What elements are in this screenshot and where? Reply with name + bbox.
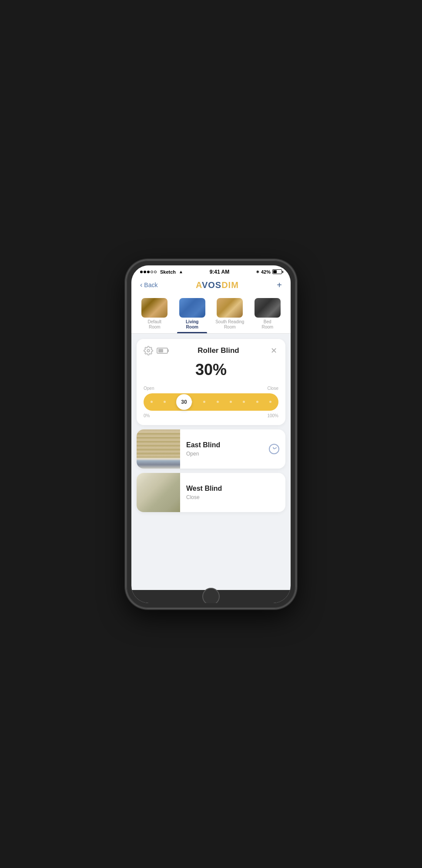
room-label-default: DefaultRoom [147,319,161,330]
room-thumb-default [141,298,167,318]
west-blind-card[interactable]: West Blind Close [137,473,285,512]
settings-icon[interactable] [144,346,153,355]
room-label-living: LivingRoom [186,319,198,330]
wifi-icon: ▲ [179,269,183,274]
slider-percent-labels: 0% 100% [144,413,278,418]
status-bar: Sketch ▲ 9:41 AM ∗ 42% [131,265,291,277]
east-blind-info: East Blind Open [180,429,269,469]
nav-bar: ‹ Back AVOSDIM + [131,277,291,295]
signal-dot-2 [144,271,146,273]
east-blind-card[interactable]: East Blind Open [137,429,285,469]
slider-container[interactable]: 30 [144,393,278,411]
room-thumb-living [179,298,205,318]
west-blind-info: West Blind Close [180,473,285,512]
tab-default-room[interactable]: DefaultRoom [136,298,174,333]
roller-blind-card: Roller Blind ✕ 30% Open Close [137,339,285,425]
west-blind-name: West Blind [186,485,279,493]
room-label-south: South ReadingRoom [215,319,244,330]
battery-percent: 42% [261,269,271,275]
min-percent-label: 0% [144,413,150,418]
tab-living-room[interactable]: LivingRoom [174,298,211,333]
bluetooth-icon: ∗ [256,269,259,274]
add-button[interactable]: + [277,280,282,290]
slider-dot [203,401,205,403]
screen: Sketch ▲ 9:41 AM ∗ 42% ‹ Back AVOSDIM + [131,265,291,603]
slider-dot [164,401,166,403]
phone-frame: Sketch ▲ 9:41 AM ∗ 42% ‹ Back AVOSDIM + [126,260,296,608]
room-tabs: DefaultRoom LivingRoom South ReadingRoom [131,295,291,334]
back-button[interactable]: ‹ Back [140,281,157,289]
east-blind-action[interactable] [269,429,285,469]
home-indicator [131,590,291,603]
signal-dot-4 [151,271,153,273]
back-chevron-icon: ‹ [140,281,142,289]
battery-icon-fill [158,349,163,352]
roller-blind-title: Roller Blind [168,346,269,355]
close-label: Close [267,386,278,391]
slider-dot [269,401,271,403]
tab-south-reading-room[interactable]: South ReadingRoom [211,298,249,333]
battery-fill [273,270,277,273]
west-blind-status: Close [186,494,279,500]
slider-dot [243,401,245,403]
logo-vos: VOS [202,280,221,290]
east-blind-status: Open [186,451,263,457]
room-thumb-bed [255,298,281,318]
card-header-left [144,346,168,355]
open-label: Open [144,386,154,391]
slider-dots [144,401,278,403]
signal-bars [140,271,157,273]
close-button[interactable]: ✕ [269,346,278,355]
logo-a: A [196,280,202,290]
time-display: 9:41 AM [210,269,230,275]
slider-thumb[interactable]: 30 [176,394,192,410]
percentage-display: 30% [144,361,278,379]
tab-bed-room[interactable]: BedRoom [249,298,287,333]
room-thumb-south [217,298,243,318]
carrier-label: Sketch [160,269,176,275]
svg-point-0 [147,349,150,352]
max-percent-label: 100% [267,413,278,418]
signal-dot-3 [147,271,150,273]
clock-minute-hand [274,447,277,449]
slider-labels: Open Close [144,386,278,391]
home-button[interactable] [202,588,220,603]
content-area[interactable]: Roller Blind ✕ 30% Open Close [131,334,291,590]
signal-dot-5 [154,271,157,273]
status-left: Sketch ▲ [140,269,183,275]
slider-dot [256,401,258,403]
west-blind-thumbnail [137,473,180,512]
battery-level-icon [157,348,168,354]
east-blind-name: East Blind [186,441,263,449]
east-blind-thumbnail [137,429,180,469]
slider-dot [230,401,232,403]
slider-dot [217,401,219,403]
west-blind-bg [137,473,180,512]
slider-track[interactable]: 30 [144,393,278,411]
battery-icon [272,269,282,274]
signal-dot-1 [140,271,143,273]
status-right: ∗ 42% [256,269,282,275]
back-label: Back [144,282,157,288]
app-logo: AVOSDIM [196,280,239,290]
slider-dot [151,401,153,403]
east-blind-bg [137,429,180,469]
room-label-bed: BedRoom [261,319,273,330]
schedule-icon[interactable] [269,444,279,454]
card-header: Roller Blind ✕ [144,346,278,355]
logo-dim: DIM [221,280,239,290]
